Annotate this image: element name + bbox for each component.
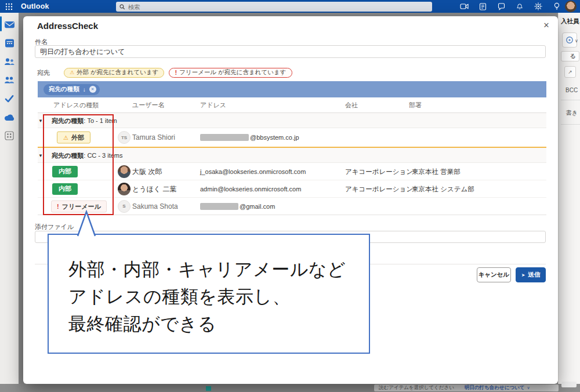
fragment-icon <box>206 386 211 391</box>
redacted-address <box>200 203 238 210</box>
internal-badge: 内部 <box>52 183 78 195</box>
group-label: 宛先の種類: CC - 3 items <box>52 151 123 159</box>
warning-icon: ⚠ <box>70 70 74 75</box>
table-row[interactable]: ! フリーメール S Sakuma Shota @gmail.com <box>38 198 546 215</box>
col-header-department: 部署 <box>409 101 422 110</box>
email-address: j_osaka@lookseries.onmicrosoft.com <box>200 168 306 175</box>
account-avatar[interactable] <box>565 1 577 12</box>
app-launcher-icon[interactable] <box>0 0 17 13</box>
collapse-group-icon[interactable]: ▼ <box>38 153 43 158</box>
company: アキコーポレーション <box>345 184 413 193</box>
divider <box>561 124 580 125</box>
user-name: とうほく 二葉 <box>132 184 176 194</box>
chevron-down-icon[interactable]: ∨ <box>575 38 578 43</box>
people-icon <box>4 57 14 66</box>
warning-text: 外部 が宛先に含まれています <box>77 68 158 77</box>
sidebar-item-onedrive[interactable] <box>0 110 19 124</box>
meet-now-icon[interactable] <box>459 2 469 11</box>
user-name: 大阪 次郎 <box>132 166 162 176</box>
sort-chip-label: 宛先の種類 <box>49 85 79 93</box>
outlook-topbar: Outlook <box>0 0 580 13</box>
send-arrow-icon: ➤ <box>521 273 525 278</box>
table-row[interactable]: 内部 大阪 次郎 j_osaka@lookseries.onmicrosoft.… <box>38 163 546 180</box>
recipients-label: 宛先 <box>37 68 50 77</box>
send-button[interactable]: ➤ 送信 <box>516 267 546 282</box>
chevron-down-icon: ∨ <box>527 386 530 390</box>
exclamation-icon: ! <box>175 69 177 76</box>
mail-icon <box>4 20 15 29</box>
email-address: admin@lookseries.onmicrosoft.com <box>200 186 301 193</box>
warning-icon: ⚠ <box>63 135 68 141</box>
addresscheck-dialog: AddressCheck ✕ 件名 宛先 ⚠ 外部 が宛先に含まれています ! … <box>23 16 558 384</box>
table-row[interactable]: 内部 とうほく 二葉 admin@lookseries.onmicrosoft.… <box>38 180 546 198</box>
check-icon <box>5 95 14 103</box>
notes-icon[interactable] <box>496 2 506 11</box>
cloud-icon <box>4 114 15 121</box>
calendar-icon <box>5 38 14 48</box>
col-header-user-name: ユーザー名 <box>132 101 165 110</box>
sidebar-item-mail[interactable] <box>0 17 19 31</box>
background-compose-panel: 入社員… ∨ る ↗ BCC 書き <box>558 13 580 384</box>
group-by-bar: 宛先の種類 ↓ ✕ <box>38 81 546 97</box>
collapse-group-icon[interactable]: ▼ <box>38 118 43 123</box>
search-input[interactable] <box>128 3 429 10</box>
warning-text: フリーメール が宛先に含まれています <box>179 68 286 77</box>
group-header-cc: ▼ 宛先の種類: CC - 3 items <box>38 148 546 163</box>
sidebar-item-todo[interactable] <box>0 92 19 106</box>
user-name: Tamura Shiori <box>132 133 175 141</box>
col-header-company: 会社 <box>345 101 358 110</box>
tips-lightbulb-icon[interactable] <box>552 2 561 11</box>
truncated-button-fragment: る <box>561 51 579 61</box>
avatar: TS <box>118 131 130 144</box>
external-badge: ⚠ 外部 <box>57 132 90 144</box>
sort-chip[interactable]: 宛先の種類 ↓ ✕ <box>44 84 100 95</box>
attachment-label: 添付ファイル <box>35 223 74 231</box>
recipients-row: 宛先 ⚠ 外部 が宛先に含まれています ! フリーメール が宛先に含まれています <box>37 67 292 78</box>
cancel-button[interactable]: キャンセル <box>477 267 511 282</box>
draft-tab-label[interactable]: 明日の打ち合わせについて <box>465 384 525 391</box>
addin-app-icon <box>566 36 574 44</box>
user-name: Sakuma Shota <box>132 202 178 210</box>
notifications-bell-icon[interactable] <box>515 2 524 11</box>
brand-label: Outlook <box>21 2 49 10</box>
settings-gear-icon[interactable] <box>534 2 543 11</box>
recipients-table: アドレスの種類 ユーザー名 アドレス 会社 部署 ▼ 宛先の種類: To - 1… <box>38 97 546 216</box>
table-row[interactable]: ⚠ 外部 TS Tamura Shiori @bbsystem.co.jp <box>38 128 546 148</box>
avatar: S <box>118 200 130 213</box>
background-bottom-strip: 読むアイテムを選択してください 明日の打ち合わせについて ∨ <box>0 384 580 392</box>
group-header-to: ▼ 宛先の種類: To - 1 item <box>38 113 546 128</box>
freemail-warning-pill: ! フリーメール が宛先に含まれています <box>169 68 292 78</box>
bcc-button[interactable]: BCC <box>566 87 578 93</box>
callout-text: 外部・内部・キャリアメールなど アドレスの種類を表示し、 最終確認ができる <box>68 256 346 337</box>
remove-chip-icon[interactable]: ✕ <box>89 86 96 93</box>
close-icon[interactable]: ✕ <box>541 20 552 30</box>
search-bar[interactable] <box>116 2 432 12</box>
col-header-address-type: アドレスの種類 <box>53 101 99 110</box>
avatar <box>118 183 130 195</box>
group-label: 宛先の種類: To - 1 item <box>52 116 117 125</box>
reading-pane-hint: 読むアイテムを選択してください <box>379 384 454 391</box>
subject-input[interactable] <box>35 45 546 58</box>
ui-fragment <box>561 382 577 387</box>
divider <box>561 100 580 100</box>
sidebar-item-people[interactable] <box>0 55 19 68</box>
internal-badge: 内部 <box>52 166 78 177</box>
sidebar-item-more-apps[interactable] <box>0 129 19 143</box>
dialog-title: AddressCheck <box>37 21 98 31</box>
department: 東京本社 営業部 <box>412 167 461 176</box>
sidebar-item-calendar[interactable] <box>0 36 19 50</box>
callout-pointer <box>74 210 100 237</box>
annotation-callout: 外部・内部・キャリアメールなど アドレスの種類を表示し、 最終確認ができる <box>48 234 370 354</box>
reading-pane-fragment: 読むアイテムを選択してください 明日の打ち合わせについて ∨ <box>374 384 559 391</box>
app-sidebar <box>0 13 19 384</box>
sort-descending-icon: ↓ <box>83 86 86 93</box>
search-icon <box>119 4 125 10</box>
feed-icon[interactable] <box>478 2 487 11</box>
sidebar-item-groups[interactable] <box>0 73 19 87</box>
selected-indicator <box>0 16 2 31</box>
apps-grid-icon <box>5 131 14 140</box>
table-header-row: アドレスの種類 ユーザー名 アドレス 会社 部署 <box>38 97 546 113</box>
col-header-address: アドレス <box>200 101 226 110</box>
popout-icon[interactable]: ↗ <box>564 66 576 78</box>
email-address: @gmail.com <box>200 203 275 210</box>
